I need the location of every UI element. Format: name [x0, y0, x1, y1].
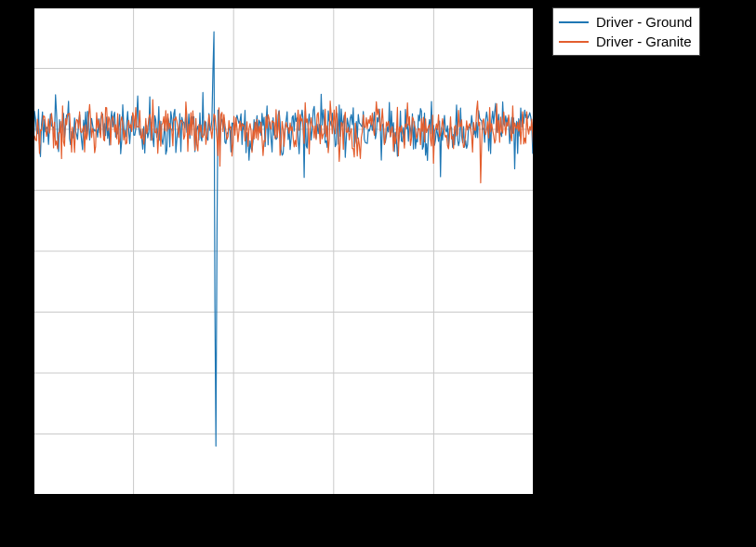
legend-label-ground: Driver - Ground — [596, 12, 692, 32]
legend-label-granite: Driver - Granite — [596, 32, 692, 51]
legend-swatch-ground — [559, 21, 589, 23]
legend: Driver - Ground Driver - Granite — [552, 7, 700, 56]
plot-svg — [33, 7, 534, 495]
plot-area — [33, 7, 534, 495]
legend-row-granite: Driver - Granite — [559, 32, 692, 51]
legend-row-ground: Driver - Ground — [559, 12, 692, 32]
legend-swatch-granite — [559, 41, 589, 43]
figure: Driver - Ground Driver - Granite — [0, 0, 756, 547]
